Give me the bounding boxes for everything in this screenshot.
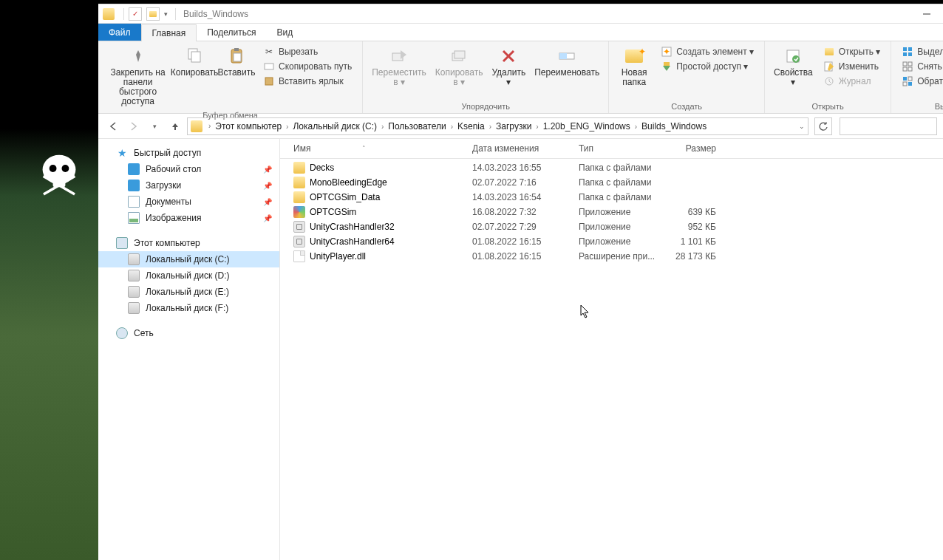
svg-rect-12: [265, 64, 273, 69]
column-name[interactable]: Имя˄: [280, 143, 472, 154]
breadcrumb-item[interactable]: Этот компьютер: [212, 121, 285, 132]
history-button[interactable]: Журнал: [820, 74, 883, 89]
tab-view[interactable]: Вид: [266, 24, 303, 41]
sidebar-item-label: Локальный диск (D:): [146, 270, 230, 281]
open-button[interactable]: Открыть ▾: [820, 44, 883, 59]
sidebar-thispc[interactable]: Этот компьютер: [98, 235, 279, 251]
svg-rect-29: [908, 47, 912, 51]
column-size[interactable]: Размер: [666, 143, 725, 154]
column-type[interactable]: Тип: [579, 143, 666, 154]
pin-button[interactable]: Закрепить на панели быстрого доступа: [103, 43, 173, 109]
file-row[interactable]: UnityCrashHandler3202.07.2022 7:29Прилож…: [280, 219, 943, 234]
properties-icon: [783, 46, 803, 66]
file-row[interactable]: UnityPlayer.dll01.08.2022 16:15Расширени…: [280, 249, 943, 264]
forward-button[interactable]: [125, 117, 143, 135]
newfolder-button[interactable]: ✦ Новая папка: [613, 43, 655, 90]
sidebar-desktop[interactable]: Рабочий стол📌: [98, 161, 279, 177]
breadcrumb-item[interactable]: Загрузки: [493, 121, 534, 132]
chevron-right-icon[interactable]: ›: [449, 123, 455, 131]
column-headers: Имя˄ Дата изменения Тип Размер: [280, 139, 943, 159]
minimize-button[interactable]: [910, 4, 943, 24]
file-size: 952 КБ: [666, 222, 725, 232]
copypath-button[interactable]: Скопировать путь: [260, 59, 355, 74]
up-button[interactable]: [166, 117, 184, 135]
window-title: Builds_Windows: [183, 9, 248, 19]
qat-dropdown-icon[interactable]: ▾: [164, 10, 168, 18]
group-label-organize: Упорядочить: [367, 100, 604, 113]
sidebar-drive[interactable]: Локальный диск (D:): [98, 267, 279, 284]
sidebar-documents[interactable]: Документы📌: [98, 194, 279, 210]
tab-file[interactable]: Файл: [98, 24, 141, 41]
sidebar-pictures[interactable]: Изображения📌: [98, 210, 279, 226]
dll-icon: [293, 250, 305, 262]
svg-rect-28: [903, 47, 907, 51]
file-list[interactable]: Decks14.03.2023 16:55Папка с файламиMono…: [280, 159, 943, 560]
recent-dropdown[interactable]: ▾: [146, 117, 163, 135]
pasteshortcut-icon: [263, 75, 275, 87]
sidebar-drive[interactable]: Локальный диск (E:): [98, 284, 279, 300]
file-date: 01.08.2022 16:15: [472, 236, 579, 247]
cut-button[interactable]: ✂Вырезать: [260, 44, 355, 59]
file-type: Папка с файлами: [579, 177, 666, 188]
file-row[interactable]: OPTCGSim16.08.2022 7:32Приложение639 КБ: [280, 205, 943, 219]
refresh-button[interactable]: [814, 117, 832, 135]
breadcrumb-bar[interactable]: › Этот компьютер›Локальный диск (C:)›Пол…: [187, 117, 808, 135]
newitem-button[interactable]: ✦Создать элемент ▾: [658, 44, 757, 59]
selectnone-button[interactable]: Снять выделение: [899, 59, 943, 74]
sidebar-network[interactable]: Сеть: [98, 325, 279, 341]
search-input[interactable]: [840, 117, 937, 135]
pictures-icon: [128, 212, 140, 224]
tab-share[interactable]: Поделиться: [197, 24, 266, 41]
breadcrumb-item[interactable]: Локальный диск (C:): [290, 121, 380, 132]
tab-home[interactable]: Главная: [141, 24, 197, 41]
svg-rect-38: [903, 82, 907, 86]
column-date[interactable]: Дата изменения: [472, 143, 579, 154]
rename-button[interactable]: Переименовать: [530, 43, 604, 81]
pasteshortcut-button[interactable]: Вставить ярлык: [260, 74, 355, 89]
sidebar-quickaccess[interactable]: ★Быстрый доступ: [98, 145, 279, 161]
sidebar-downloads[interactable]: Загрузки📌: [98, 177, 279, 194]
star-icon: ★: [116, 147, 128, 159]
file-row[interactable]: Decks14.03.2023 16:55Папка с файлами: [280, 160, 943, 175]
copy-button[interactable]: Копировать: [173, 43, 216, 81]
easyaccess-button[interactable]: Простой доступ ▾: [658, 59, 757, 74]
properties-button[interactable]: Свойства ▾: [769, 43, 817, 90]
paste-icon: [226, 46, 247, 66]
chevron-right-icon[interactable]: ›: [207, 122, 212, 130]
sidebar-item-label: Локальный диск (C:): [146, 254, 230, 264]
invert-button[interactable]: Обратить выделение: [899, 74, 943, 89]
chevron-right-icon[interactable]: ›: [488, 123, 493, 131]
desktop-background: [0, 0, 98, 560]
edit-button[interactable]: Изменить: [820, 59, 883, 74]
breadcrumb-item[interactable]: Builds_Windows: [639, 121, 709, 132]
file-row[interactable]: OPTCGSim_Data14.03.2023 16:54Папка с фай…: [280, 190, 943, 205]
edit-icon: [823, 61, 835, 72]
svg-rect-30: [903, 52, 907, 56]
qat-properties-icon[interactable]: ✓: [129, 7, 142, 21]
breadcrumb-item[interactable]: Пользователи: [385, 121, 449, 132]
moveto-button[interactable]: Переместить в ▾: [367, 43, 431, 90]
drive-icon: [128, 286, 140, 298]
file-row[interactable]: UnityCrashHandler6401.08.2022 16:15Прило…: [280, 234, 943, 249]
breadcrumb-item[interactable]: 1.20b_ENG_Windows: [540, 121, 633, 132]
paste-button[interactable]: Вставить: [216, 43, 257, 81]
sidebar-drive[interactable]: Локальный диск (C:): [98, 251, 279, 267]
copyto-button[interactable]: Копировать в ▾: [431, 43, 488, 90]
back-button[interactable]: [104, 117, 122, 135]
qat-newfolder-icon[interactable]: [146, 7, 160, 21]
sidebar-drive[interactable]: Локальный диск (F:): [98, 300, 279, 316]
svg-rect-34: [903, 67, 907, 71]
selectall-button[interactable]: Выделить все: [899, 44, 943, 59]
chevron-right-icon[interactable]: ›: [534, 123, 539, 131]
file-row[interactable]: MonoBleedingEdge02.07.2022 7:16Папка с ф…: [280, 175, 943, 190]
delete-icon: [498, 46, 519, 66]
breadcrumb-item[interactable]: Ksenia: [455, 121, 488, 132]
delete-button[interactable]: Удалить ▾: [487, 43, 530, 90]
svg-rect-35: [908, 67, 912, 71]
chevron-right-icon[interactable]: ›: [633, 123, 639, 131]
file-name: Decks: [310, 163, 334, 173]
drive-icon: [128, 302, 140, 314]
drive-icon: [128, 270, 140, 281]
address-dropdown[interactable]: ⌄: [799, 123, 805, 130]
file-type: Приложение: [579, 222, 666, 232]
